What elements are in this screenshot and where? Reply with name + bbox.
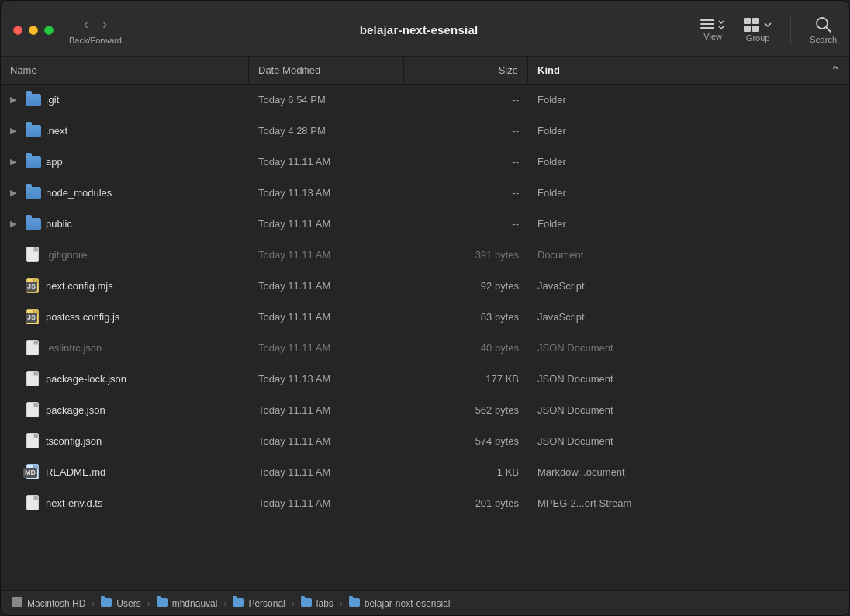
file-name-text: postcss.config.js (46, 311, 119, 323)
col-header-size[interactable]: Size (404, 57, 528, 84)
expand-arrow-icon[interactable]: ▶ (10, 188, 21, 198)
table-row[interactable]: package.jsonToday 11.11 AM562 bytesJSON … (1, 395, 849, 426)
file-kind-cell: JSON Document (528, 333, 849, 363)
file-size-cell: 391 bytes (404, 240, 528, 270)
breadcrumb-item[interactable]: labs (301, 598, 333, 609)
expand-arrow-icon[interactable]: ▶ (10, 157, 21, 167)
file-name-cell: tsconfig.json (1, 426, 249, 456)
file-icon: MD (26, 465, 41, 480)
table-row[interactable]: next-env.d.tsToday 11.11 AM201 bytesMPEG… (1, 488, 849, 519)
group-icon[interactable] (744, 18, 761, 32)
file-name-text: node_modules (46, 187, 112, 199)
table-row[interactable]: ▶node_modulesToday 11.13 AM--Folder (1, 178, 849, 209)
file-icon (26, 372, 41, 387)
group-group: Group (744, 18, 772, 43)
file-size-cell: -- (404, 147, 528, 177)
file-name-cell: ▶app (1, 147, 249, 177)
file-icon (26, 434, 41, 449)
table-row[interactable]: .eslintrc.jsonToday 11.11 AM40 bytesJSON… (1, 333, 849, 364)
file-kind-cell: Folder (528, 116, 849, 146)
expand-arrow-icon[interactable]: ▶ (10, 95, 21, 105)
breadcrumb-item[interactable]: Personal (233, 598, 285, 609)
file-kind-cell: JSON Document (528, 426, 849, 456)
table-row[interactable]: JSpostcss.config.jsToday 11.11 AM83 byte… (1, 302, 849, 333)
breadcrumb-separator: › (292, 598, 295, 609)
file-date-cell: Today 11.11 AM (249, 333, 404, 363)
table-row[interactable]: ▶appToday 11.11 AM--Folder (1, 147, 849, 178)
search-icon[interactable] (815, 16, 832, 33)
back-forward-label: Back/Forward (69, 36, 122, 45)
file-date-cell: Today 11.11 AM (249, 488, 404, 518)
user-folder-icon (157, 598, 168, 609)
close-button[interactable] (13, 26, 22, 35)
file-kind-cell: Folder (528, 209, 849, 239)
file-date-cell: Today 11.11 AM (249, 426, 404, 456)
col-header-name[interactable]: Name (1, 57, 249, 84)
view-chevron-icon[interactable] (717, 20, 725, 29)
file-name-text: .eslintrc.json (46, 342, 102, 354)
forward-button[interactable]: › (99, 16, 110, 33)
breadcrumb-label: belajar-next-esensial (365, 598, 451, 609)
file-date-cell: Today 11.13 AM (249, 178, 404, 208)
expand-arrow-icon[interactable]: ▶ (10, 219, 21, 229)
file-size-cell: 1 KB (404, 457, 528, 487)
file-kind-cell: JSON Document (528, 395, 849, 425)
minimize-button[interactable] (29, 26, 38, 35)
group-chevron-icon[interactable] (764, 22, 772, 28)
breadcrumb-label: mhdnauval (172, 598, 218, 609)
breadcrumb-item[interactable]: belajar-next-esensial (349, 598, 451, 609)
folder-icon (301, 598, 312, 609)
breadcrumb-label: Personal (248, 598, 285, 609)
table-row[interactable]: ▶.gitToday 6.54 PM--Folder (1, 85, 849, 116)
svg-rect-5 (744, 26, 751, 32)
file-icon (26, 216, 41, 232)
file-name-cell: .gitignore (1, 240, 249, 270)
file-name-cell: JSpostcss.config.js (1, 302, 249, 332)
breadcrumb-separator: › (147, 598, 150, 609)
file-name-cell: .eslintrc.json (1, 333, 249, 363)
breadcrumb-item[interactable]: Users (101, 598, 140, 609)
view-icon[interactable] (700, 19, 714, 30)
file-size-cell: -- (404, 209, 528, 239)
file-icon (26, 185, 41, 201)
finder-window: ‹ › Back/Forward belajar-next-esensial (0, 0, 850, 616)
expand-arrow-icon[interactable]: ▶ (10, 126, 21, 136)
file-size-cell: -- (404, 85, 528, 115)
back-button[interactable]: ‹ (81, 16, 92, 33)
table-row[interactable]: package-lock.jsonToday 11.13 AM177 KBJSO… (1, 364, 849, 395)
file-name-text: README.md (46, 466, 105, 478)
svg-rect-0 (700, 19, 714, 21)
breadcrumb-label: Macintosh HD (27, 598, 85, 609)
file-kind-cell: Markdow...ocument (528, 457, 849, 487)
file-icon (26, 92, 41, 108)
folder-icon (349, 598, 360, 609)
maximize-button[interactable] (44, 26, 54, 35)
table-row[interactable]: MDREADME.mdToday 11.11 AM1 KBMarkdow...o… (1, 457, 849, 488)
table-row[interactable]: ▶.nextToday 4.28 PM--Folder (1, 116, 849, 147)
file-date-cell: Today 11.11 AM (249, 457, 404, 487)
table-row[interactable]: JSnext.config.mjsToday 11.11 AM92 bytesJ… (1, 271, 849, 302)
file-kind-cell: JavaScript (528, 302, 849, 332)
file-icon (26, 496, 41, 511)
titlebar: ‹ › Back/Forward belajar-next-esensial (1, 1, 849, 57)
file-date-cell: Today 11.11 AM (249, 147, 404, 177)
col-header-date[interactable]: Date Modified (249, 57, 404, 84)
file-name-cell: ▶node_modules (1, 178, 249, 208)
table-row[interactable]: ▶publicToday 11.11 AM--Folder (1, 209, 849, 240)
file-name-cell: package.json (1, 395, 249, 425)
file-kind-cell: Folder (528, 147, 849, 177)
file-list: ▶.gitToday 6.54 PM--Folder▶.nextToday 4.… (1, 85, 849, 590)
col-header-kind[interactable]: Kind ⌃ (528, 57, 849, 84)
file-size-cell: 83 bytes (404, 302, 528, 332)
file-name-text: next-env.d.ts (46, 497, 102, 509)
breadcrumb-item[interactable]: Macintosh HD (12, 597, 85, 610)
table-row[interactable]: tsconfig.jsonToday 11.11 AM574 bytesJSON… (1, 426, 849, 457)
file-name-text: tsconfig.json (46, 435, 102, 447)
table-row[interactable]: .gitignoreToday 11.11 AM391 bytesDocumen… (1, 240, 849, 271)
file-name-text: public (46, 218, 72, 230)
file-name-text: app (46, 156, 63, 168)
file-date-cell: Today 11.11 AM (249, 209, 404, 239)
breadcrumb-item[interactable]: mhdnauval (157, 598, 218, 609)
file-name-cell: ▶public (1, 209, 249, 239)
file-size-cell: 562 bytes (404, 395, 528, 425)
